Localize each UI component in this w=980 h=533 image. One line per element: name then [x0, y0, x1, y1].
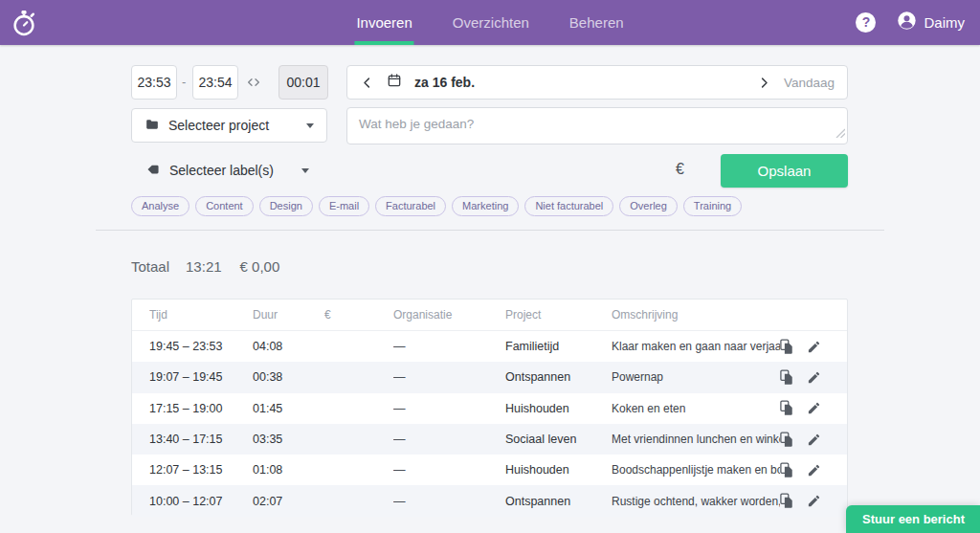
cell-tijd: 13:40 – 17:15	[149, 433, 253, 446]
totals-duration: 13:21	[186, 258, 222, 275]
end-time-input[interactable]: 23:54	[192, 65, 238, 100]
cell-project: Huishouden	[505, 402, 612, 415]
tab-invoeren[interactable]: Invoeren	[354, 0, 413, 45]
cell-duur: 00:38	[253, 370, 324, 384]
cell-omschrijving: Koken en eten	[612, 402, 780, 415]
edit-pencil-icon[interactable]	[807, 370, 821, 385]
main-nav: Invoeren Overzichten Beheren	[354, 0, 625, 45]
project-select[interactable]: Selecteer project	[131, 108, 327, 143]
time-entries-table: Tijd Duur € Organisatie Project Omschrij…	[131, 299, 848, 516]
edit-pencil-icon[interactable]	[807, 494, 821, 508]
help-icon[interactable]: ?	[856, 12, 876, 33]
cell-organisatie: —	[393, 370, 505, 384]
copy-icon[interactable]	[780, 493, 794, 509]
copy-icon[interactable]	[780, 400, 794, 416]
column-header-organisatie: Organisatie	[393, 308, 505, 322]
user-name: Daimy	[924, 14, 965, 31]
cell-organisatie: —	[393, 433, 505, 446]
cell-project: Ontspannen	[505, 370, 612, 384]
label-chip[interactable]: Analyse	[131, 196, 189, 216]
column-header-project: Project	[505, 308, 612, 322]
today-link[interactable]: Vandaag	[784, 76, 835, 90]
label-chip[interactable]: Facturabel	[375, 196, 446, 216]
copy-icon[interactable]	[780, 432, 794, 448]
table-row: 10:00 – 12:07 02:07 — Ontspannen Rustige…	[132, 485, 847, 516]
column-header-omschrijving: Omschrijving	[612, 308, 780, 322]
edit-pencil-icon[interactable]	[807, 463, 821, 477]
cell-project: Sociaal leven	[505, 433, 612, 446]
description-placeholder: Wat heb je gedaan?	[359, 117, 474, 131]
date-picker[interactable]: za 16 feb. Vandaag	[346, 65, 848, 100]
label-chip[interactable]: Content	[195, 196, 254, 216]
description-textarea[interactable]: Wat heb je gedaan?	[346, 107, 848, 144]
label-chip[interactable]: Overleg	[619, 196, 678, 216]
table-row: 13:40 – 17:15 03:35 — Sociaal leven Met …	[132, 424, 847, 455]
time-separator: -	[182, 75, 186, 89]
label-chip[interactable]: Marketing	[452, 196, 519, 216]
project-select-placeholder: Selecteer project	[168, 118, 269, 133]
folder-icon	[145, 118, 160, 134]
cell-organisatie: —	[393, 340, 505, 353]
resize-handle-icon[interactable]	[835, 124, 845, 142]
user-menu[interactable]: Daimy	[897, 11, 965, 34]
table-header-row: Tijd Duur € Organisatie Project Omschrij…	[132, 300, 847, 331]
edit-pencil-icon[interactable]	[807, 401, 821, 415]
column-header-euro: €	[324, 308, 393, 322]
chevron-down-icon	[306, 123, 314, 128]
user-avatar-icon	[897, 11, 917, 34]
chevron-down-icon	[301, 168, 309, 173]
edit-pencil-icon[interactable]	[807, 433, 821, 447]
currency-symbol: €	[676, 161, 684, 178]
cell-omschrijving: Boodschappenlijstje maken en boodscha...	[612, 463, 780, 477]
swap-times-icon[interactable]	[245, 75, 262, 94]
cell-tijd: 10:00 – 12:07	[149, 495, 253, 508]
send-message-button[interactable]: Stuur een bericht	[846, 505, 980, 533]
previous-day-icon[interactable]	[360, 76, 374, 90]
totals-row: Totaal 13:21 € 0,00	[131, 258, 279, 275]
next-day-icon[interactable]	[757, 76, 771, 90]
column-header-duur: Duur	[253, 308, 324, 322]
totals-amount: € 0,00	[240, 258, 280, 275]
cell-duur: 01:45	[253, 402, 324, 415]
cell-organisatie: —	[393, 463, 505, 477]
column-header-tijd: Tijd	[149, 308, 253, 322]
table-row: 12:07 – 13:15 01:08 — Huishouden Boodsch…	[132, 455, 847, 485]
labels-select-placeholder: Selecteer label(s)	[169, 163, 274, 178]
duration-display: 00:01	[278, 65, 328, 100]
cell-project: Huishouden	[505, 463, 612, 477]
cell-tijd: 12:07 – 13:15	[149, 463, 253, 477]
table-row: 19:07 – 19:45 00:38 — Ontspannen Powerna…	[132, 362, 847, 392]
label-chip[interactable]: E-mail	[319, 196, 369, 216]
edit-pencil-icon[interactable]	[807, 340, 821, 354]
tag-icon	[145, 163, 161, 179]
label-chip[interactable]: Training	[683, 196, 742, 216]
copy-icon[interactable]	[780, 369, 794, 386]
stopwatch-logo-icon[interactable]	[10, 9, 38, 37]
topbar-right-group: ? Daimy	[856, 0, 965, 45]
cell-tijd: 17:15 – 19:00	[149, 402, 253, 415]
cell-omschrijving: Met vriendinnen lunchen en winkelen	[612, 433, 780, 446]
cell-omschrijving: Rustige ochtend, wakker worden, ontbijte…	[612, 495, 780, 508]
cell-organisatie: —	[393, 402, 505, 415]
copy-icon[interactable]	[780, 339, 794, 355]
cell-duur: 02:07	[253, 495, 324, 508]
labels-select[interactable]: Selecteer label(s)	[145, 159, 309, 182]
start-time-input[interactable]: 23:53	[131, 65, 177, 100]
cell-omschrijving: Klaar maken en gaan naar verjaardag sch.…	[612, 340, 780, 353]
calendar-icon	[387, 73, 402, 92]
cell-organisatie: —	[393, 495, 505, 508]
copy-icon[interactable]	[780, 462, 794, 478]
cell-omschrijving: Powernap	[612, 370, 780, 384]
top-navigation-bar: Invoeren Overzichten Beheren ? Daimy	[0, 0, 980, 45]
tab-beheren[interactable]: Beheren	[568, 0, 626, 45]
cell-tijd: 19:45 – 23:53	[149, 340, 253, 353]
tab-overzichten[interactable]: Overzichten	[451, 0, 531, 45]
selected-date-label: za 16 feb.	[414, 75, 745, 90]
label-chip[interactable]: Niet facturabel	[524, 196, 613, 216]
label-chip[interactable]: Design	[259, 196, 313, 216]
cell-project: Familietijd	[505, 340, 612, 353]
save-button[interactable]: Opslaan	[721, 154, 848, 188]
cell-tijd: 19:07 – 19:45	[149, 370, 253, 384]
table-row: 17:15 – 19:00 01:45 — Huishouden Koken e…	[132, 393, 847, 424]
cell-duur: 01:08	[253, 463, 324, 477]
